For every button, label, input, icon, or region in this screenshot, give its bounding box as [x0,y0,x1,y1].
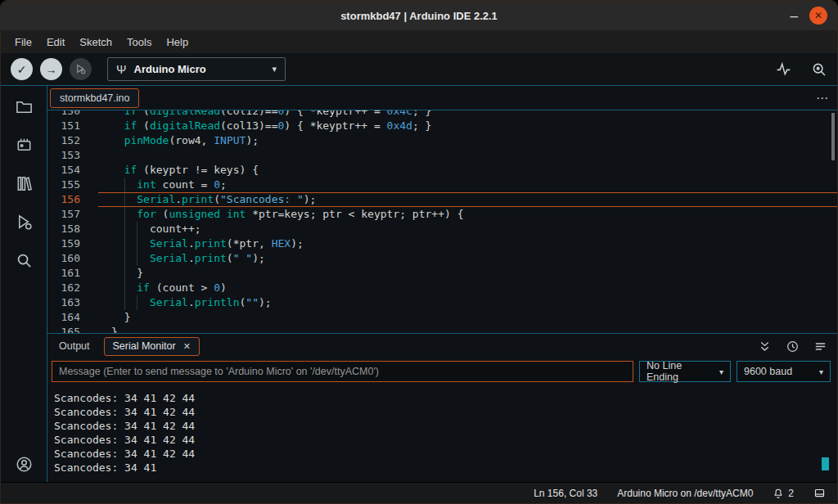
line-ending-dropdown[interactable]: No Line Ending ▾ [639,361,731,382]
baud-rate-value: 9600 baud [744,366,792,377]
code-editor[interactable]: 150if (digitalRead(col12)==0) { *keyptr+… [47,110,837,333]
line-content: if (digitalRead(col13)==0) { *keyptr++ =… [98,119,837,133]
line-number: 162 [47,281,98,295]
serial-plotter-button[interactable] [775,61,792,78]
notifications-button[interactable]: 2 [773,488,794,499]
serial-output-line: Scancodes: 34 41 42 44 [54,447,837,461]
collapse-panel-button[interactable] [758,340,772,353]
code-line-154: 154if (keyptr != keys) { [47,163,837,178]
tab-stormkbd47-ino[interactable]: stormkbd47.ino [50,88,139,108]
panel-tab-bar: Output Serial Monitor ✕ [47,334,837,358]
line-number: 156 [47,192,98,207]
debug-button[interactable] [70,58,92,80]
menu-edit[interactable]: Edit [39,36,72,48]
menu-file[interactable]: File [7,36,39,48]
window-title: stormkbd47 | Arduino IDE 2.2.1 [1,10,837,22]
account-icon [15,455,34,474]
line-number: 155 [47,178,98,192]
line-content [98,148,837,163]
tab-overflow-icon[interactable]: ⋯ [816,91,829,106]
cursor-position: Ln 156, Col 33 [534,488,597,499]
editor-column: stormkbd47.ino ⋯ 150if (digitalRead(col1… [47,86,837,482]
sidebar-item-account[interactable] [15,455,34,474]
board-selector-dropdown[interactable]: Ψ Arduino Micro ▾ [107,57,286,81]
tab-serial-monitor[interactable]: Serial Monitor ✕ [104,337,200,356]
toggle-timestamp-button[interactable] [786,340,800,353]
sidebar-item-boards-manager[interactable] [15,136,34,155]
upload-button[interactable]: → [40,58,62,80]
sidebar-item-sketchbook[interactable] [15,97,34,116]
chevron-down-icon: ▾ [819,367,823,376]
line-content: Serial.print(" "); [98,251,837,266]
line-content: if (keyptr != keys) { [98,163,837,178]
line-number: 154 [47,163,98,178]
board-selector-label: Arduino Micro [134,63,206,75]
search-icon [15,251,34,270]
serial-monitor-button[interactable] [810,61,827,78]
debug-icon [74,63,87,75]
baud-rate-dropdown[interactable]: 9600 baud ▾ [737,361,831,382]
toolbar: ✓ → Ψ Arduino Micro ▾ [1,53,837,85]
line-ending-value: No Line Ending [647,360,714,383]
serial-scrollbar-thumb[interactable] [822,457,829,470]
menu-bar: FileEditSketchToolsHelp [1,30,837,53]
sidebar-item-debug[interactable] [15,213,34,232]
code-line-156: 156Serial.print("Scancodes: "); [47,192,837,207]
serial-output-line: Scancodes: 34 41 42 44 [54,419,837,433]
activity-sidebar [1,86,47,482]
panel-header-icons [758,340,827,353]
sidebar-item-library-manager[interactable] [15,174,34,193]
books-icon [15,174,34,193]
line-number: 164 [47,310,98,325]
minimize-button[interactable]: – [791,9,798,23]
menu-help[interactable]: Help [159,36,196,48]
arduino-ide-window: stormkbd47 | Arduino IDE 2.2.1 – ✕ FileE… [0,0,838,504]
line-content: for (unsigned int *ptr=keys; ptr < keypt… [98,207,837,222]
line-content: } [98,325,837,333]
line-number: 165 [47,325,98,333]
check-icon: ✓ [17,63,27,76]
code-line-158: 158count++; [47,222,837,236]
close-icon[interactable]: ✕ [183,341,191,352]
line-number: 163 [47,295,98,310]
menu-tools[interactable]: Tools [119,36,159,48]
line-number: 153 [47,148,98,163]
chevron-down-icon: ▾ [272,64,277,74]
line-content: } [98,310,837,325]
folder-icon [15,97,34,116]
code-line-165: 165} [47,325,837,333]
serial-output-line: Scancodes: 34 41 42 44 [54,391,837,405]
code-line-164: 164} [47,310,837,325]
code-line-159: 159Serial.print(*ptr, HEX); [47,236,837,251]
title-bar: stormkbd47 | Arduino IDE 2.2.1 – ✕ [1,1,837,30]
clear-output-button[interactable] [813,340,827,353]
board-icon [15,136,34,155]
main-area: stormkbd47.ino ⋯ 150if (digitalRead(col1… [1,85,837,482]
sidebar-item-search[interactable] [15,251,34,270]
code-line-162: 162if (count > 0) [47,281,837,295]
clock-icon [786,340,800,353]
code-line-151: 151if (digitalRead(col13)==0) { *keyptr+… [47,119,837,133]
code-line-152: 152pinMode(row4, INPUT); [47,133,837,148]
close-button[interactable]: ✕ [809,7,827,25]
menu-sketch[interactable]: Sketch [72,36,119,48]
serial-output-line: Scancodes: 34 41 42 44 [54,405,837,419]
code-line-160: 160Serial.print(" "); [47,251,837,266]
window-controls: – ✕ [791,7,837,25]
serial-output[interactable]: Scancodes: 34 41 42 44Scancodes: 34 41 4… [47,385,837,482]
board-port-status[interactable]: Arduino Micro on /dev/ttyACM0 [617,488,753,499]
line-number: 152 [47,133,98,148]
line-number: 150 [47,110,98,119]
notification-count: 2 [788,488,794,499]
serial-output-line: Scancodes: 34 41 [54,461,837,475]
line-number: 157 [47,207,98,222]
toggle-panel-button[interactable] [813,487,826,499]
serial-message-input[interactable] [52,361,633,382]
serial-input-row: No Line Ending ▾ 9600 baud ▾ [47,358,837,385]
verify-button[interactable]: ✓ [11,58,33,80]
serial-monitor-tab-label: Serial Monitor [113,340,176,352]
line-content: Serial.print(*ptr, HEX); [98,236,837,251]
editor-scrollbar-thumb[interactable] [831,113,835,160]
tab-output[interactable]: Output [52,340,97,352]
code-line-161: 161} [47,266,837,281]
